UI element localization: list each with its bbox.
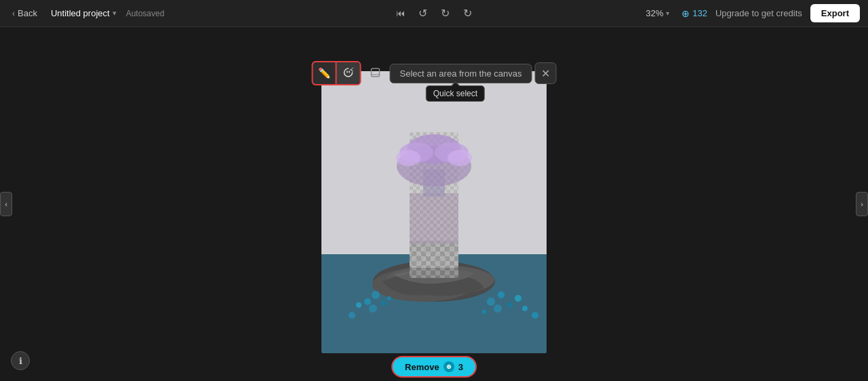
zoom-indicator[interactable]: 32% ▾ — [642, 5, 673, 21]
svg-point-32 — [369, 304, 377, 313]
close-icon: ✕ — [541, 67, 550, 80]
svg-point-39 — [515, 295, 521, 302]
undo-button[interactable]: ↺ — [414, 4, 431, 22]
canvas-area: ‹ › ℹ ✏️ — [0, 27, 868, 381]
remove-button-wrap: Remove ⊕ 3 — [391, 356, 477, 378]
project-name[interactable]: Untitled project ▾ — [47, 5, 121, 21]
select-instruction: Select an area from the canvas — [390, 64, 532, 83]
info-icon: ℹ — [19, 356, 22, 366]
topbar-left: ‹ Back Untitled project ▾ Autosaved — [8, 5, 164, 21]
export-button[interactable]: Export — [810, 4, 860, 22]
remove-label: Remove — [405, 362, 439, 372]
credits-cost-icon: ⊕ — [443, 361, 454, 372]
remove-button[interactable]: Remove ⊕ 3 — [391, 356, 477, 378]
svg-rect-17 — [410, 241, 458, 278]
brush-tool-button[interactable]: ✏️ — [313, 62, 336, 84]
svg-point-42 — [349, 312, 355, 319]
skip-back-button[interactable]: ⏮ — [392, 5, 409, 21]
credits-badge: ⊕ 132 — [682, 8, 707, 19]
svg-point-31 — [381, 300, 387, 306]
prev-arrow-button[interactable]: ‹ — [0, 192, 12, 216]
redo-button[interactable]: ↻ — [437, 4, 454, 22]
back-label: Back — [18, 8, 37, 18]
chevron-down-icon: ▾ — [113, 9, 117, 18]
next-arrow-button[interactable]: › — [856, 192, 868, 216]
selection-toolbar: ✏️ — [312, 61, 557, 85]
upgrade-link[interactable]: Upgrade to get credits — [715, 8, 802, 18]
svg-rect-1 — [372, 68, 380, 77]
svg-point-38 — [494, 304, 502, 313]
quick-select-icon — [342, 66, 355, 81]
image-frame: Remove ⊕ 3 — [321, 71, 547, 353]
back-arrow-icon: ‹ — [12, 9, 15, 18]
svg-point-40 — [482, 310, 486, 314]
svg-point-29 — [372, 291, 380, 299]
vase-scene-svg — [321, 71, 547, 353]
svg-point-35 — [487, 298, 495, 306]
instruction-text: Select an area from the canvas — [400, 68, 522, 79]
erase-tool-button[interactable] — [364, 64, 387, 83]
svg-point-37 — [507, 302, 513, 308]
close-toolbar-button[interactable]: ✕ — [534, 62, 556, 84]
credits-count: 132 — [692, 8, 707, 18]
canvas-image[interactable] — [321, 71, 547, 353]
chevron-down-icon: ▾ — [666, 9, 669, 17]
svg-point-30 — [364, 298, 371, 305]
svg-point-36 — [498, 292, 505, 298]
svg-point-41 — [522, 306, 528, 311]
zoom-level: 32% — [646, 8, 663, 18]
svg-point-34 — [387, 296, 391, 300]
brush-icon: ✏️ — [318, 67, 331, 79]
credits-icon: ⊕ — [682, 8, 690, 19]
svg-point-33 — [356, 302, 361, 308]
quick-select-button[interactable] — [337, 62, 360, 84]
svg-point-27 — [396, 150, 420, 166]
topbar-right: 32% ▾ ⊕ 132 Upgrade to get credits Expor… — [642, 4, 860, 22]
back-button[interactable]: ‹ Back — [8, 5, 41, 21]
autosaved-label: Autosaved — [126, 9, 165, 18]
remove-credits-cost: 3 — [458, 362, 463, 372]
project-title: Untitled project — [51, 8, 110, 18]
info-button[interactable]: ℹ — [11, 351, 30, 370]
topbar-center: ⏮ ↺ ↻ ↻ — [392, 4, 476, 22]
refresh-button[interactable]: ↻ — [459, 4, 476, 22]
tool-group: ✏️ — [312, 61, 361, 85]
svg-point-43 — [532, 312, 538, 319]
erase-icon — [370, 71, 382, 81]
svg-point-28 — [448, 150, 472, 166]
topbar: ‹ Back Untitled project ▾ Autosaved ⏮ ↺ … — [0, 0, 868, 27]
svg-rect-19 — [410, 193, 458, 244]
